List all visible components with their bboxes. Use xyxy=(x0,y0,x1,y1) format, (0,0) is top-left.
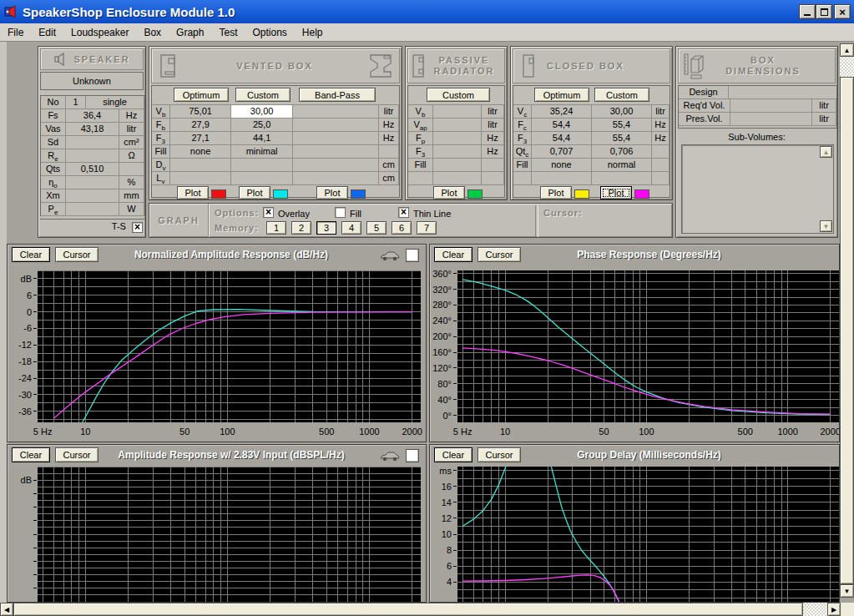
cell-value[interactable] xyxy=(532,172,592,185)
memory-button-7[interactable]: 7 xyxy=(417,221,437,235)
cell-value[interactable]: 0,510 xyxy=(66,163,119,176)
cell-value[interactable]: 27,9 xyxy=(170,119,232,132)
checkbox-overlay[interactable]: × xyxy=(263,207,274,218)
cell-value[interactable] xyxy=(66,176,119,189)
cursor-button[interactable]: Cursor xyxy=(55,447,99,462)
memory-button-5[interactable]: 5 xyxy=(366,221,387,235)
cell-value[interactable] xyxy=(66,203,119,216)
cell-value[interactable]: 55,4 xyxy=(592,132,652,145)
cell-value[interactable] xyxy=(170,172,232,185)
closed-optimum-plot-button[interactable]: Plot xyxy=(540,186,572,199)
menu-test[interactable]: Test xyxy=(211,25,245,40)
cell-value[interactable]: none xyxy=(170,145,232,159)
subvol-scroll-up[interactable]: ▲ xyxy=(820,146,832,158)
cell-value[interactable] xyxy=(730,113,812,126)
passive-plot-button[interactable]: Plot xyxy=(433,186,465,199)
cell-value[interactable] xyxy=(66,136,119,149)
scroll-right-button[interactable]: ▶ xyxy=(827,603,841,616)
cell-value[interactable]: 0,706 xyxy=(592,145,652,159)
cell-value[interactable]: 0,707 xyxy=(532,145,592,159)
cell-value[interactable]: 36,4 xyxy=(66,109,119,123)
memory-button-6[interactable]: 6 xyxy=(392,221,412,235)
clear-button[interactable]: Clear xyxy=(12,447,50,462)
menu-graph[interactable]: Graph xyxy=(169,25,211,40)
cell-value[interactable]: none xyxy=(532,159,592,172)
cell-value[interactable] xyxy=(433,172,482,185)
speaker-name-box[interactable]: Unknown xyxy=(40,72,144,90)
plot-color-box[interactable] xyxy=(406,449,419,462)
cell-value[interactable] xyxy=(293,119,379,132)
subvolumes-listbox[interactable]: ▲ ▼ xyxy=(681,144,834,234)
closed-optimum-button[interactable]: Optimum xyxy=(534,88,589,102)
plot-color-box[interactable] xyxy=(406,249,419,262)
memory-button-4[interactable]: 4 xyxy=(341,221,361,235)
cell-value[interactable] xyxy=(170,159,232,172)
cell-value[interactable]: 55,4 xyxy=(592,119,652,132)
memory-button-1[interactable]: 1 xyxy=(266,221,286,235)
vented-bandpass-plot-button[interactable]: Plot xyxy=(316,186,348,199)
memory-button-3[interactable]: 3 xyxy=(316,221,336,235)
cell-value[interactable]: 30,00 xyxy=(592,105,652,119)
vertical-scrollbar[interactable]: ▲ ▼ xyxy=(840,43,854,598)
cell-value[interactable] xyxy=(433,159,482,172)
cell-value[interactable]: 44,1 xyxy=(231,132,293,145)
menu-help[interactable]: Help xyxy=(295,25,331,40)
menu-options[interactable]: Options xyxy=(245,25,294,40)
cell-value[interactable]: 54,4 xyxy=(532,132,592,145)
cell-value[interactable]: 54,4 xyxy=(532,119,592,132)
cell-value[interactable] xyxy=(66,189,119,203)
cell-value[interactable] xyxy=(592,172,652,185)
cell-value[interactable]: 30,00 xyxy=(231,105,293,119)
restore-button[interactable] xyxy=(816,4,832,19)
vented-custom-button[interactable]: Custom xyxy=(235,88,291,102)
horizontal-scroll-thumb[interactable] xyxy=(13,603,803,616)
cell-value[interactable] xyxy=(433,119,482,132)
vented-optimum-button[interactable]: Optimum xyxy=(174,88,229,102)
cursor-button[interactable]: Cursor xyxy=(478,247,521,262)
horizontal-scrollbar[interactable]: ◀ ▶ xyxy=(0,603,854,616)
cell-value[interactable] xyxy=(293,172,379,185)
cell-value[interactable]: 35,24 xyxy=(532,105,592,119)
cell-value[interactable]: 27,1 xyxy=(170,132,232,145)
cell-value[interactable] xyxy=(433,132,482,145)
cell-value[interactable] xyxy=(231,172,293,185)
cursor-button[interactable]: Cursor xyxy=(478,447,521,462)
menu-loudspeaker[interactable]: Loudspeaker xyxy=(63,25,136,40)
design-button[interactable]: Design xyxy=(679,86,729,99)
vertical-scroll-thumb[interactable] xyxy=(840,77,854,584)
cell-value[interactable] xyxy=(293,132,379,145)
cell-value[interactable] xyxy=(66,149,119,163)
cell-value[interactable]: 25,0 xyxy=(231,119,293,132)
vented-optimum-plot-button[interactable]: Plot xyxy=(177,186,209,199)
cell-value[interactable]: 1 xyxy=(66,96,86,109)
cell-value[interactable]: normal xyxy=(592,159,652,172)
closed-custom-button[interactable]: Custom xyxy=(594,88,649,102)
vented-bandpass-button[interactable]: Band-Pass xyxy=(299,88,376,102)
close-button[interactable]: × xyxy=(834,4,851,19)
cell-value[interactable] xyxy=(293,159,379,172)
clear-button[interactable]: Clear xyxy=(434,447,472,462)
cell-value[interactable]: 43,18 xyxy=(66,123,119,136)
cell-value[interactable] xyxy=(433,105,482,119)
closed-custom-plot-button[interactable]: Plot xyxy=(600,186,632,199)
cell-value[interactable] xyxy=(293,105,379,119)
menu-box[interactable]: Box xyxy=(136,25,169,40)
cell-value[interactable] xyxy=(433,145,482,159)
ts-checkbox[interactable]: × xyxy=(132,222,143,233)
cell-value[interactable] xyxy=(730,99,812,113)
scroll-left-button[interactable]: ◀ xyxy=(0,603,13,616)
scroll-down-button[interactable]: ▼ xyxy=(840,584,854,598)
checkbox-thin-line[interactable]: × xyxy=(398,207,409,218)
menu-file[interactable]: File xyxy=(0,25,31,40)
vented-custom-plot-button[interactable]: Plot xyxy=(239,186,270,199)
passive-custom-button[interactable]: Custom xyxy=(427,88,490,102)
scroll-up-button[interactable]: ▲ xyxy=(840,43,854,57)
subvol-scroll-down[interactable]: ▼ xyxy=(820,220,832,232)
cell-value[interactable] xyxy=(231,159,293,172)
cell-value[interactable]: single xyxy=(86,96,144,109)
cursor-button[interactable]: Cursor xyxy=(55,247,99,262)
memory-button-2[interactable]: 2 xyxy=(291,221,311,235)
checkbox-fill[interactable] xyxy=(335,207,346,218)
clear-button[interactable]: Clear xyxy=(12,247,50,262)
cell-value[interactable]: minimal xyxy=(231,145,293,159)
